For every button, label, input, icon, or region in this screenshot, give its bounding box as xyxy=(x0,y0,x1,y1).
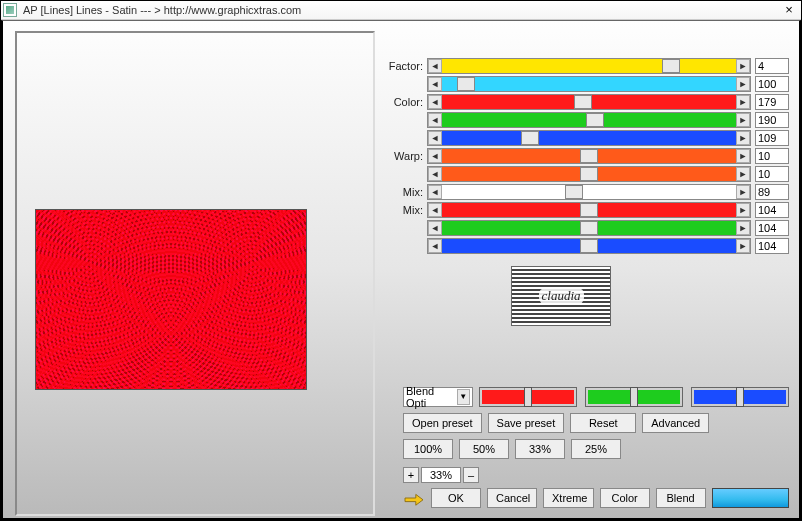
close-icon[interactable]: × xyxy=(779,2,799,18)
cancel-button[interactable]: Cancel xyxy=(487,488,537,508)
slider[interactable]: ◄► xyxy=(427,58,751,74)
slider-thumb[interactable] xyxy=(521,131,539,145)
slider-thumb[interactable] xyxy=(580,167,598,181)
zoom-value[interactable]: 33% xyxy=(421,467,461,483)
slider[interactable]: ◄► xyxy=(427,238,751,254)
slider[interactable]: ◄► xyxy=(427,130,751,146)
slider-thumb[interactable] xyxy=(574,95,592,109)
slider-value[interactable]: 104 xyxy=(755,220,789,236)
slider-row: Mix:◄►89 xyxy=(385,183,789,201)
zoom-33-button[interactable]: 33% xyxy=(515,439,565,459)
slider-thumb[interactable] xyxy=(580,239,598,253)
rgb-mini-track[interactable] xyxy=(694,390,786,404)
arrow-left-icon[interactable]: ◄ xyxy=(428,95,442,109)
blend-mode-select[interactable]: Blend Opti ▼ xyxy=(403,387,473,407)
slider-value[interactable]: 190 xyxy=(755,112,789,128)
slider-value[interactable]: 109 xyxy=(755,130,789,146)
zoom-plus-button[interactable]: + xyxy=(403,467,419,483)
color-swatch[interactable] xyxy=(712,488,789,508)
rgb-mini-thumb[interactable] xyxy=(524,387,532,407)
rgb-mini-slider[interactable] xyxy=(479,387,577,407)
arrow-left-icon[interactable]: ◄ xyxy=(428,185,442,199)
arrow-right-icon[interactable]: ► xyxy=(736,95,750,109)
arrow-right-icon[interactable]: ► xyxy=(736,59,750,73)
open-preset-button[interactable]: Open preset xyxy=(403,413,482,433)
slider-value[interactable]: 4 xyxy=(755,58,789,74)
arrow-left-icon[interactable]: ◄ xyxy=(428,77,442,91)
arrow-right-icon[interactable]: ► xyxy=(736,77,750,91)
arrow-left-icon[interactable]: ◄ xyxy=(428,239,442,253)
chevron-down-icon[interactable]: ▼ xyxy=(457,389,470,405)
arrow-right-icon[interactable]: ► xyxy=(736,221,750,235)
slider-value[interactable]: 104 xyxy=(755,202,789,218)
slider-thumb[interactable] xyxy=(565,185,583,199)
save-preset-button[interactable]: Save preset xyxy=(488,413,565,433)
slider-track[interactable] xyxy=(442,167,736,181)
ok-button[interactable]: OK xyxy=(431,488,481,508)
slider-value[interactable]: 100 xyxy=(755,76,789,92)
slider[interactable]: ◄► xyxy=(427,184,751,200)
slider-track[interactable] xyxy=(442,239,736,253)
slider[interactable]: ◄► xyxy=(427,220,751,236)
slider[interactable]: ◄► xyxy=(427,166,751,182)
slider-track[interactable] xyxy=(442,131,736,145)
rgb-mini-group xyxy=(479,387,789,407)
zoom-50-button[interactable]: 50% xyxy=(459,439,509,459)
rgb-mini-track[interactable] xyxy=(588,390,680,404)
zoom-100-button[interactable]: 100% xyxy=(403,439,453,459)
arrow-right-icon[interactable]: ► xyxy=(736,167,750,181)
slider-thumb[interactable] xyxy=(586,113,604,127)
slider[interactable]: ◄► xyxy=(427,148,751,164)
zoom-minus-button[interactable]: – xyxy=(463,467,479,483)
advanced-button[interactable]: Advanced xyxy=(642,413,709,433)
arrow-left-icon[interactable]: ◄ xyxy=(428,203,442,217)
slider[interactable]: ◄► xyxy=(427,202,751,218)
rgb-mini-thumb[interactable] xyxy=(736,387,744,407)
slider-track[interactable] xyxy=(442,149,736,163)
slider-thumb[interactable] xyxy=(580,203,598,217)
slider-row: ◄►109 xyxy=(385,129,789,147)
reset-button[interactable]: Reset xyxy=(570,413,636,433)
arrow-right-icon[interactable]: ► xyxy=(736,131,750,145)
titlebar: AP [Lines] Lines - Satin --- > http://ww… xyxy=(1,1,801,20)
slider[interactable]: ◄► xyxy=(427,76,751,92)
arrow-left-icon[interactable]: ◄ xyxy=(428,167,442,181)
slider-track[interactable] xyxy=(442,203,736,217)
arrow-left-icon[interactable]: ◄ xyxy=(428,113,442,127)
arrow-right-icon[interactable]: ► xyxy=(736,149,750,163)
blend-button[interactable]: Blend xyxy=(656,488,706,508)
zoom-25-button[interactable]: 25% xyxy=(571,439,621,459)
rgb-mini-track[interactable] xyxy=(482,390,574,404)
arrow-right-icon[interactable]: ► xyxy=(736,239,750,253)
rgb-mini-slider[interactable] xyxy=(585,387,683,407)
slider-thumb[interactable] xyxy=(580,149,598,163)
slider[interactable]: ◄► xyxy=(427,112,751,128)
slider-thumb[interactable] xyxy=(662,59,680,73)
slider-value[interactable]: 179 xyxy=(755,94,789,110)
slider-track[interactable] xyxy=(442,59,736,73)
slider-track[interactable] xyxy=(442,77,736,91)
arrow-right-icon[interactable]: ► xyxy=(736,185,750,199)
slider-value[interactable]: 89 xyxy=(755,184,789,200)
slider-track[interactable] xyxy=(442,113,736,127)
slider-track[interactable] xyxy=(442,95,736,109)
rgb-mini-slider[interactable] xyxy=(691,387,789,407)
arrow-left-icon[interactable]: ◄ xyxy=(428,131,442,145)
slider-track[interactable] xyxy=(442,185,736,199)
rgb-mini-thumb[interactable] xyxy=(630,387,638,407)
slider[interactable]: ◄► xyxy=(427,94,751,110)
slider-thumb[interactable] xyxy=(580,221,598,235)
arrow-left-icon[interactable]: ◄ xyxy=(428,59,442,73)
slider-value[interactable]: 10 xyxy=(755,166,789,182)
arrow-left-icon[interactable]: ◄ xyxy=(428,149,442,163)
slider-track[interactable] xyxy=(442,221,736,235)
arrow-left-icon[interactable]: ◄ xyxy=(428,221,442,235)
slider-value[interactable]: 104 xyxy=(755,238,789,254)
xtreme-button[interactable]: Xtreme xyxy=(543,488,594,508)
color-button[interactable]: Color xyxy=(600,488,650,508)
slider-thumb[interactable] xyxy=(457,77,475,91)
slider-value[interactable]: 10 xyxy=(755,148,789,164)
controls-panel: Blend Opti ▼ Open preset Save preset Res… xyxy=(403,386,789,490)
arrow-right-icon[interactable]: ► xyxy=(736,113,750,127)
arrow-right-icon[interactable]: ► xyxy=(736,203,750,217)
